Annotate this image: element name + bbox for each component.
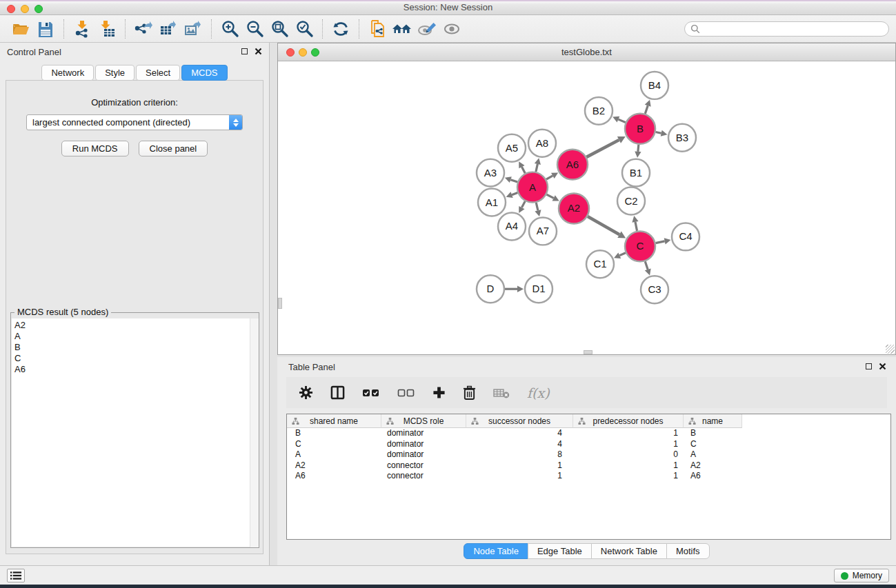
export-image-icon[interactable] [183, 19, 203, 39]
node-B2[interactable]: B2 [585, 97, 613, 125]
node-A3[interactable]: A3 [477, 159, 504, 187]
float-table-panel-icon[interactable] [866, 363, 872, 369]
zoom-selected-icon[interactable] [294, 19, 315, 39]
add-column-icon[interactable] [432, 386, 446, 399]
zoom-fit-icon[interactable] [269, 19, 290, 39]
result-item[interactable]: A [12, 331, 258, 342]
open-session-icon[interactable] [10, 19, 31, 39]
node-B3[interactable]: B3 [668, 124, 696, 152]
refresh-icon[interactable] [330, 19, 351, 39]
column-header-MCDS-role[interactable]: MCDS role [381, 414, 466, 428]
memory-button[interactable]: Memory [834, 569, 889, 582]
resize-grip[interactable] [886, 345, 895, 354]
node-C4[interactable]: C4 [672, 223, 699, 250]
select-all-icon[interactable] [362, 389, 380, 397]
node-A5[interactable]: A5 [498, 134, 526, 162]
edge-A-A3[interactable] [510, 180, 517, 182]
node-A2[interactable]: A2 [559, 194, 589, 224]
network-canvas[interactable]: AA1A2A3A4A5A6A7A8BB1B2B3B4CC1C2C3C4DD1 [278, 62, 895, 354]
node-D[interactable]: D [477, 275, 504, 303]
edge-C-C1[interactable] [619, 253, 626, 256]
mcds-result-list[interactable]: A2ABCA6 [12, 318, 258, 547]
result-item[interactable]: B [12, 342, 258, 353]
function-builder-icon[interactable]: f(x) [527, 385, 550, 401]
task-history-button[interactable] [7, 569, 25, 582]
clone-network-icon[interactable] [367, 19, 388, 39]
table-row[interactable]: Cdominator41C [287, 439, 890, 450]
criterion-select[interactable]: largest connected component (directed) [26, 114, 243, 130]
float-panel-icon[interactable] [241, 48, 248, 54]
table-row[interactable]: A6connector11A6 [287, 471, 890, 482]
column-layout-icon[interactable] [330, 385, 345, 400]
edge-A-A5[interactable] [521, 167, 525, 173]
edge-A6-B[interactable] [586, 140, 619, 157]
column-header-successor-nodes[interactable]: successor nodes [466, 414, 573, 428]
close-panel-icon[interactable] [255, 48, 262, 55]
delete-column-icon[interactable] [463, 385, 476, 400]
tab-style[interactable]: Style [95, 65, 135, 81]
close-panel-button[interactable]: Close panel [139, 141, 208, 156]
export-network-icon[interactable] [133, 19, 154, 39]
node-B[interactable]: B [625, 114, 655, 144]
deselect-all-icon[interactable] [397, 389, 415, 397]
node-C[interactable]: C [625, 231, 655, 261]
tab-network-table[interactable]: Network Table [591, 543, 667, 559]
edge-B-B1[interactable] [638, 145, 639, 152]
node-A1[interactable]: A1 [478, 189, 506, 216]
result-scrollbar[interactable] [250, 318, 259, 547]
edge-A-A2[interactable] [546, 194, 553, 198]
tab-motifs[interactable]: Motifs [666, 543, 710, 559]
edge-B-B2[interactable] [618, 119, 625, 123]
vertical-scroll-handle[interactable] [278, 298, 282, 309]
edge-A-A4[interactable] [521, 201, 525, 207]
tab-node-table[interactable]: Node Table [464, 543, 528, 559]
result-item[interactable]: C [12, 353, 258, 364]
table-settings-icon[interactable] [299, 385, 313, 400]
edge-C-C3[interactable] [645, 261, 648, 270]
column-header-name[interactable]: name [684, 414, 742, 428]
result-item[interactable]: A2 [12, 318, 258, 331]
edge-A-A6[interactable] [546, 176, 552, 179]
import-network-icon[interactable] [72, 19, 92, 39]
node-C2[interactable]: C2 [617, 187, 645, 215]
show-all-networks-icon[interactable] [392, 19, 412, 39]
result-item[interactable]: A6 [12, 364, 258, 375]
node-A7[interactable]: A7 [529, 217, 557, 245]
zoom-out-icon[interactable] [244, 19, 265, 39]
edge-C-C2[interactable] [635, 222, 637, 231]
toggle-graphics-details-icon[interactable] [417, 19, 437, 39]
column-header-shared-name[interactable]: shared name [287, 414, 381, 428]
search-input[interactable] [704, 23, 888, 35]
save-session-icon[interactable] [35, 19, 56, 39]
node-D1[interactable]: D1 [525, 275, 552, 303]
horizontal-scroll-handle[interactable] [584, 350, 593, 354]
export-table-icon[interactable] [158, 19, 179, 39]
delete-table-icon[interactable] [493, 387, 510, 398]
tab-network[interactable]: Network [41, 65, 94, 81]
zoom-in-icon[interactable] [219, 19, 240, 39]
node-A[interactable]: A [517, 172, 548, 203]
node-A6[interactable]: A6 [557, 150, 588, 180]
node-B1[interactable]: B1 [622, 159, 650, 187]
tab-edge-table[interactable]: Edge Table [528, 543, 592, 559]
search-field[interactable] [684, 21, 889, 37]
node-C1[interactable]: C1 [586, 250, 614, 278]
column-header-predecessor-nodes[interactable]: predecessor nodes [573, 414, 684, 428]
tab-mcds[interactable]: MCDS [181, 65, 227, 81]
edge-C-C4[interactable] [655, 241, 664, 243]
table-row[interactable]: Adominator80A [287, 449, 890, 460]
node-B4[interactable]: B4 [641, 72, 668, 99]
run-mcds-button[interactable]: Run MCDS [61, 141, 129, 156]
edge-B-B3[interactable] [655, 132, 661, 134]
edge-A-A1[interactable] [512, 193, 517, 195]
tab-select[interactable]: Select [136, 65, 180, 81]
node-A8[interactable]: A8 [528, 130, 556, 157]
table-row[interactable]: Bdominator41B [287, 428, 890, 439]
edge-B-B4[interactable] [645, 105, 648, 114]
edge-A-A7[interactable] [536, 203, 538, 210]
birds-eye-view-icon[interactable] [441, 19, 462, 39]
node-C3[interactable]: C3 [641, 276, 668, 303]
table-row[interactable]: A2connector11A2 [287, 460, 890, 472]
node-A4[interactable]: A4 [498, 212, 526, 240]
close-table-panel-icon[interactable] [879, 363, 886, 370]
